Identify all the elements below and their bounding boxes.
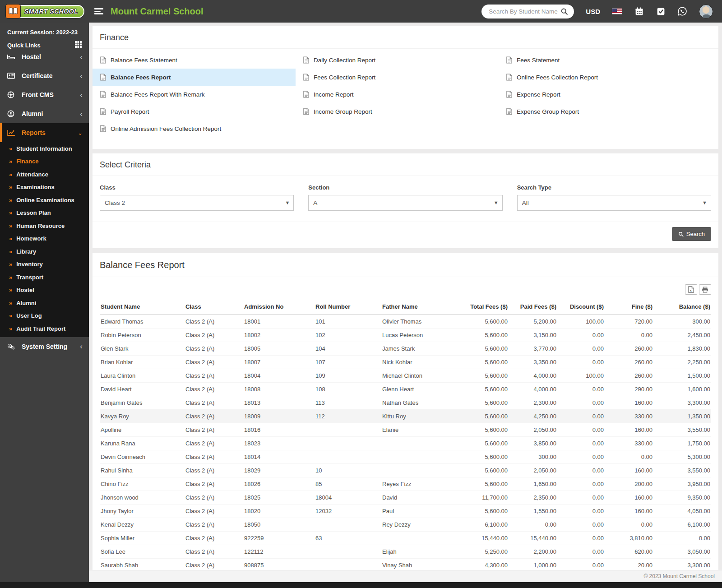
finance-link-income-group-report[interactable]: Income Group Report <box>296 103 499 120</box>
cell-paid-fees: 3,150.00 <box>509 329 557 342</box>
double-arrow-icon: » <box>9 235 12 242</box>
cell-father-name: Michael Clinton <box>381 369 460 383</box>
search-button-label: Search <box>686 231 705 237</box>
file-text-icon <box>100 56 106 64</box>
field-label: Search Type <box>517 184 711 191</box>
settings-icon <box>7 343 15 350</box>
currency-selector[interactable]: USD <box>586 8 600 15</box>
submenu-item-hostel[interactable]: »Hostel <box>0 284 89 297</box>
table-row: Kavya RoyClass 2 (A)18009112Kittu Roy5,6… <box>100 410 711 423</box>
field-section: SectionA▼ <box>308 184 502 211</box>
sidebar-item-reports[interactable]: Reports⌄ <box>0 123 89 142</box>
search-input[interactable] <box>488 8 559 15</box>
finance-link-fees-statement[interactable]: Fees Statement <box>499 51 718 69</box>
finance-link-payroll-report[interactable]: Payroll Report <box>93 103 296 120</box>
submenu-item-inventory[interactable]: »Inventory <box>0 258 89 271</box>
submenu-item-label: Transport <box>16 274 43 281</box>
finance-link-online-fees-collection-report[interactable]: Online Fees Collection Report <box>499 69 718 86</box>
search-type-select[interactable]: All <box>517 195 711 211</box>
cell-father-name: Paul <box>381 505 460 518</box>
submenu-item-online-examinations[interactable]: »Online Examinations <box>0 194 89 207</box>
double-arrow-icon: » <box>9 184 12 190</box>
submenu-item-lesson-plan[interactable]: »Lesson Plan <box>0 207 89 220</box>
calendar-icon[interactable] <box>634 6 644 16</box>
finance-link-daily-collection-report[interactable]: Daily Collection Report <box>296 51 499 69</box>
cell-total-fees: 5,600.00 <box>460 383 509 396</box>
sidebar-item-alumni[interactable]: Alumni‹ <box>0 104 89 123</box>
cell-balance: 9,350.00 <box>653 491 711 505</box>
submenu-item-human-resource[interactable]: »Human Resource <box>0 219 89 232</box>
cell-paid-fees: 2,300.00 <box>509 396 557 410</box>
finance-link-expense-group-report[interactable]: Expense Group Report <box>499 103 718 120</box>
tasks-icon[interactable] <box>656 6 666 16</box>
cell-roll-number: 113 <box>315 396 381 410</box>
sidebar-item-certificate[interactable]: Certificate‹ <box>0 66 89 85</box>
cell-fine: 330.00 <box>605 410 653 423</box>
cell-balance: 1,500.00 <box>653 369 711 383</box>
finance-link-balance-fees-statement[interactable]: Balance Fees Statement <box>93 51 296 69</box>
submenu-item-transport[interactable]: »Transport <box>0 271 89 284</box>
finance-link-balance-fees-report-with-remark[interactable]: Balance Fees Report With Remark <box>93 86 296 103</box>
table-row: Rahul SinhaClass 2 (A)18029105,600.002,0… <box>100 464 711 477</box>
quick-links[interactable]: Quick Links <box>0 37 89 53</box>
cell-student-name: Sophia Miller <box>100 532 185 545</box>
submenu-item-examinations[interactable]: »Examinations <box>0 181 89 194</box>
table-row: Jhony TaylorClass 2 (A)1802012032Paul5,6… <box>100 505 711 518</box>
finance-link-expense-report[interactable]: Expense Report <box>499 86 718 103</box>
submenu-item-user-log[interactable]: »User Log <box>0 310 89 323</box>
cell-fine: 160.00 <box>605 464 653 477</box>
cell-father-name: Olivier Thomas <box>381 315 460 329</box>
submenu-item-student-information[interactable]: »Student Information <box>0 142 89 155</box>
cell-student-name: Devin Coinneach <box>100 450 185 464</box>
cell-balance: 3,300.00 <box>653 396 711 410</box>
submenu-item-homework[interactable]: »Homework <box>0 232 89 245</box>
sidebar-item-hostel[interactable]: Hostel‹ <box>0 53 89 66</box>
print-icon[interactable] <box>699 284 711 295</box>
grid-icon[interactable] <box>75 41 82 49</box>
current-session-label: Current Session: 2022-23 <box>0 23 89 37</box>
class-select[interactable]: Class 2 <box>100 195 294 211</box>
cell-balance: 0.00 <box>653 532 711 545</box>
search-button[interactable]: Search <box>672 227 711 241</box>
excel-export-icon[interactable]: x <box>685 284 697 295</box>
cell-roll-number: 63 <box>315 532 381 545</box>
submenu-item-finance[interactable]: »Finance <box>0 155 89 168</box>
hamburger-menu-icon[interactable] <box>94 7 103 16</box>
finance-link-label: Balance Fees Report With Remark <box>111 91 205 98</box>
cell-student-name: Kenal Dezzy <box>100 518 185 532</box>
cell-class: Class 2 (A) <box>185 532 243 545</box>
finance-link-income-report[interactable]: Income Report <box>296 86 499 103</box>
cell-paid-fees: 300.00 <box>509 450 557 464</box>
user-avatar[interactable] <box>699 5 713 19</box>
cell-balance: 4,050.00 <box>653 505 711 518</box>
cell-father-name <box>381 532 460 545</box>
finance-link-balance-fees-report[interactable]: Balance Fees Report <box>93 69 296 86</box>
app-logo[interactable]: SMART SCHOOL <box>0 0 89 23</box>
cell-balance: 5,300.00 <box>653 450 711 464</box>
language-flag-icon[interactable] <box>612 8 622 14</box>
cell-discount: 0.00 <box>557 383 605 396</box>
finance-link-online-admission-fees-collection-report[interactable]: Online Admission Fees Collection Report <box>93 120 296 137</box>
cell-discount: 0.00 <box>557 423 605 437</box>
submenu-item-attendance[interactable]: »Attendance <box>0 168 89 181</box>
report-table-wrap: x Student NameClassAdmission NoRoll Numb… <box>93 277 718 582</box>
col-header-paid-fees: Paid Fees ($) <box>509 299 557 315</box>
search-icon[interactable] <box>559 6 569 16</box>
submenu-item-alumni[interactable]: »Alumni <box>0 296 89 310</box>
file-text-icon <box>100 108 106 115</box>
whatsapp-icon[interactable] <box>677 6 687 16</box>
sidebar-item-front-cms[interactable]: Front CMS‹ <box>0 85 89 104</box>
cell-balance: 1,830.00 <box>653 342 711 356</box>
submenu-item-label: Human Resource <box>16 222 65 229</box>
submenu-item-library[interactable]: »Library <box>0 245 89 258</box>
submenu-item-label: User Log <box>16 312 42 319</box>
double-arrow-icon: » <box>9 287 12 293</box>
finance-link-fees-collection-report[interactable]: Fees Collection Report <box>296 69 499 86</box>
cell-admission-no: 18026 <box>243 477 315 491</box>
sidebar-item-system-setting[interactable]: System Setting‹ <box>0 337 89 356</box>
table-row: Brian KohlarClass 2 (A)18007107Nick Kohl… <box>100 356 711 369</box>
section-select[interactable]: A <box>308 195 502 211</box>
submenu-item-audit-trail-report[interactable]: »Audit Trail Report <box>0 322 89 335</box>
alumni-icon <box>7 110 15 117</box>
cell-roll-number: 108 <box>315 383 381 396</box>
